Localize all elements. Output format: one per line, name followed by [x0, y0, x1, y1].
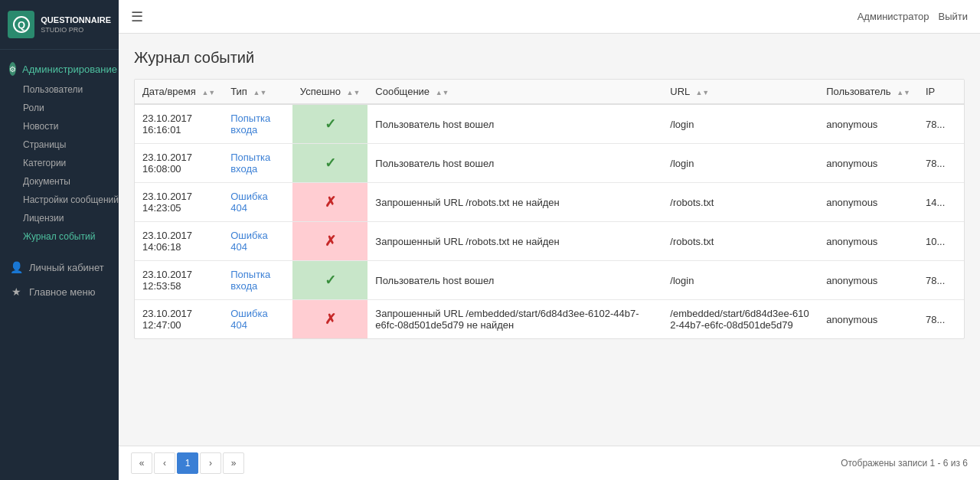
cell-message-5: Запрошенный URL /embedded/start/6d84d3ee…: [368, 300, 662, 339]
cell-message-0: Пользователь host вошел: [368, 104, 662, 144]
sidebar-item-profile[interactable]: 👤 Личный кабинет: [0, 255, 119, 279]
pagination-first-button[interactable]: «: [131, 452, 152, 474]
col-success[interactable]: Успешно ▲▼: [292, 80, 368, 104]
profile-icon: 👤: [9, 261, 23, 273]
cell-message-2: Запрошенный URL /robots.txt не найден: [368, 183, 662, 222]
cell-user-2: anonymous: [818, 183, 918, 222]
cell-message-4: Пользователь host вошел: [368, 261, 662, 300]
sidebar-item-eventlog[interactable]: Журнал событий: [0, 227, 119, 246]
cell-success-4: ✓: [292, 261, 368, 300]
cell-url-4: /login: [662, 261, 818, 300]
check-icon: ✓: [325, 273, 336, 288]
sidebar-item-categories[interactable]: Категории: [0, 154, 119, 172]
cell-type-3: Ошибка 404: [223, 222, 292, 261]
type-link-3[interactable]: Ошибка 404: [230, 230, 267, 253]
pagination-next-button[interactable]: ›: [200, 452, 221, 474]
cell-url-0: /login: [662, 104, 818, 144]
cell-datetime-0: 23.10.2017 16:16:01: [135, 104, 223, 144]
pagination-prev-button[interactable]: ‹: [154, 452, 175, 474]
col-message[interactable]: Сообщение ▲▼: [368, 80, 662, 104]
cell-datetime-4: 23.10.2017 12:53:58: [135, 261, 223, 300]
admin-section-icon: ⚙: [9, 62, 16, 76]
cell-success-5: ✗: [292, 300, 368, 339]
type-link-4[interactable]: Попытка входа: [230, 269, 270, 292]
sidebar-item-mainmenu[interactable]: ★ Главное меню: [0, 279, 119, 304]
cell-user-5: anonymous: [818, 300, 918, 339]
logo-text: QUESTIONNAIRE STUDIO PRO: [41, 15, 111, 33]
cell-ip-5: 78...: [918, 300, 964, 339]
table-row: 23.10.2017 16:08:00Попытка входа✓Пользов…: [135, 144, 964, 183]
sidebar-admin-header[interactable]: ⚙ Администрирование: [0, 57, 119, 80]
cell-user-3: anonymous: [818, 222, 918, 261]
events-table: Дата/время ▲▼ Тип ▲▼ Успешно ▲▼ Сообще: [135, 80, 964, 338]
cell-type-0: Попытка входа: [223, 104, 292, 144]
sidebar-admin-label: Администрирование: [22, 64, 117, 75]
page-title: Журнал событий: [134, 49, 965, 67]
sidebar-item-messages[interactable]: Настройки сообщений: [0, 191, 119, 209]
cell-user-4: anonymous: [818, 261, 918, 300]
topbar-right: Администратор Выйти: [858, 11, 968, 22]
x-icon: ✗: [325, 233, 336, 249]
logo-icon: Q: [8, 11, 34, 38]
topbar-left: ☰: [131, 8, 143, 25]
topbar-logout-button[interactable]: Выйти: [939, 11, 969, 22]
cell-url-5: /embedded/start/6d84d3ee-6102-44b7-e6fc-…: [662, 300, 818, 339]
mainmenu-label: Главное меню: [29, 286, 95, 298]
sort-datetime-icon: ▲▼: [201, 89, 215, 96]
col-user[interactable]: Пользователь ▲▼: [818, 80, 918, 104]
sidebar-item-licenses[interactable]: Лицензии: [0, 209, 119, 227]
table-header-row: Дата/время ▲▼ Тип ▲▼ Успешно ▲▼ Сообще: [135, 80, 964, 104]
cell-ip-2: 14...: [918, 183, 964, 222]
cell-message-3: Запрошенный URL /robots.txt не найден: [368, 222, 662, 261]
cell-type-1: Попытка входа: [223, 144, 292, 183]
cell-url-1: /login: [662, 144, 818, 183]
topbar-admin-label: Администратор: [858, 11, 929, 22]
type-link-1[interactable]: Попытка входа: [230, 152, 270, 175]
star-icon: ★: [9, 286, 23, 298]
pagination-page-1-button[interactable]: 1: [177, 452, 198, 474]
sidebar-item-news[interactable]: Новости: [0, 117, 119, 136]
sidebar-item-pages[interactable]: Страницы: [0, 136, 119, 154]
col-ip[interactable]: IP: [918, 80, 964, 104]
cell-ip-0: 78...: [918, 104, 964, 144]
pagination-controls: « ‹ 1 › »: [131, 452, 244, 474]
col-datetime[interactable]: Дата/время ▲▼: [135, 80, 223, 104]
cell-type-5: Ошибка 404: [223, 300, 292, 339]
x-icon: ✗: [325, 194, 336, 210]
table-body: 23.10.2017 16:16:01Попытка входа✓Пользов…: [135, 104, 964, 338]
cell-message-1: Пользователь host вошел: [368, 144, 662, 183]
main-area: ☰ Администратор Выйти Журнал событий Дат…: [119, 0, 980, 480]
table-row: 23.10.2017 14:06:18Ошибка 404✗Запрошенны…: [135, 222, 964, 261]
cell-success-0: ✓: [292, 104, 368, 144]
pagination-last-button[interactable]: »: [223, 452, 244, 474]
cell-datetime-1: 23.10.2017 16:08:00: [135, 144, 223, 183]
cell-user-0: anonymous: [818, 104, 918, 144]
col-url[interactable]: URL ▲▼: [662, 80, 818, 104]
type-link-0[interactable]: Попытка входа: [230, 113, 270, 136]
cell-ip-3: 10...: [918, 222, 964, 261]
table-row: 23.10.2017 14:23:05Ошибка 404✗Запрошенны…: [135, 183, 964, 222]
col-type[interactable]: Тип ▲▼: [223, 80, 292, 104]
content-area: Журнал событий Дата/время ▲▼ Тип ▲▼: [119, 34, 980, 446]
sidebar-item-documents[interactable]: Документы: [0, 172, 119, 191]
cell-ip-1: 78...: [918, 144, 964, 183]
sidebar-item-roles[interactable]: Роли: [0, 99, 119, 117]
sort-success-icon: ▲▼: [346, 89, 360, 96]
sidebar-logo: Q QUESTIONNAIRE STUDIO PRO: [0, 0, 119, 50]
sort-url-icon: ▲▼: [695, 89, 709, 96]
cell-url-2: /robots.txt: [662, 183, 818, 222]
cell-success-3: ✗: [292, 222, 368, 261]
sidebar: Q QUESTIONNAIRE STUDIO PRO ⚙ Администрир…: [0, 0, 119, 480]
sort-message-icon: ▲▼: [436, 89, 449, 96]
pagination-bar: « ‹ 1 › » Отображены записи 1 - 6 из 6: [119, 446, 980, 480]
cell-ip-4: 78...: [918, 261, 964, 300]
type-link-2[interactable]: Ошибка 404: [230, 191, 267, 214]
topbar: ☰ Администратор Выйти: [119, 0, 980, 34]
type-link-5[interactable]: Ошибка 404: [230, 308, 267, 331]
cell-url-3: /robots.txt: [662, 222, 818, 261]
sidebar-bottom-items: 👤 Личный кабинет ★ Главное меню: [0, 255, 119, 304]
cell-user-1: anonymous: [818, 144, 918, 183]
table-row: 23.10.2017 16:16:01Попытка входа✓Пользов…: [135, 104, 964, 144]
sidebar-item-users[interactable]: Пользователи: [0, 80, 119, 99]
hamburger-icon[interactable]: ☰: [131, 8, 143, 25]
